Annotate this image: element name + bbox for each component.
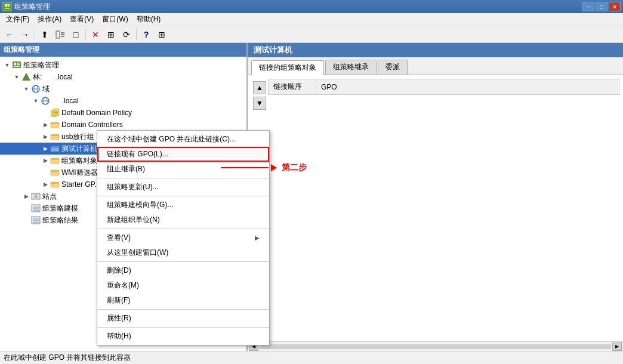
tree-item-domains[interactable]: ▼ 域 [0, 83, 246, 95]
tree-label-gp-results: 组策略结果 [42, 215, 78, 226]
expand-icon-wmi[interactable]: ▶ [41, 168, 50, 177]
tree-item-root[interactable]: ▼ 组策略管理 [0, 59, 246, 71]
properties-button[interactable]: ⊞ [104, 28, 118, 41]
tree-label-domain-local: .local [52, 97, 79, 105]
right-panel-header: 测试计算机 [248, 43, 623, 57]
tab-delegation[interactable]: 委派 [378, 60, 408, 75]
ctx-link-existing-gpo[interactable]: 链接现有 GPO(L)... [97, 147, 269, 162]
tree-item-domain-local[interactable]: ▼ .local [0, 95, 246, 107]
export-button[interactable]: ⊞ [155, 28, 169, 41]
tree-icon-wmi [50, 168, 60, 177]
tree-item-domain-controllers[interactable]: ▶ Domain Controllers [0, 119, 246, 131]
forward-button[interactable]: → [18, 28, 32, 41]
scroll-bar-h[interactable]: ◀ ▶ [248, 341, 623, 351]
ctx-gpo-update[interactable]: 组策略更新(U)... [97, 180, 269, 195]
ctx-properties[interactable]: 属性(R) [97, 311, 269, 326]
toolbar-separator-3 [136, 29, 137, 40]
expand-icon-forest[interactable]: ▼ [12, 72, 21, 82]
ctx-create-gpo[interactable]: 在这个域中创建 GPO 并在此处链接(C)... [97, 132, 269, 147]
expand-icon-gp-modeling[interactable]: ▶ [21, 203, 31, 213]
ctx-refresh[interactable]: 刷新(F) [97, 293, 269, 308]
gpo-table: 链接顺序 GPO [268, 79, 619, 95]
tree-label-default-domain-policy: Default Domain Policy [61, 109, 132, 117]
menu-action[interactable]: 操作(A) [34, 14, 65, 26]
show-hide-button[interactable] [53, 28, 67, 41]
expand-icon-sites[interactable]: ▶ [21, 192, 31, 201]
svg-rect-12 [17, 64, 20, 66]
ctx-new-ou[interactable]: 新建组织单位(N) [97, 212, 269, 227]
ctx-delete[interactable]: 删除(D) [97, 263, 269, 278]
menu-bar: 文件(F) 操作(A) 查看(V) 窗口(W) 帮助(H) [0, 13, 623, 26]
step-label: 第二步 [282, 162, 307, 173]
svg-rect-27 [51, 122, 59, 124]
ctx-sep-3 [97, 229, 269, 229]
menu-window[interactable]: 窗口(W) [98, 14, 131, 26]
ctx-sep-4 [97, 261, 269, 262]
tree-label-gpo-objects: 组策略对象 [61, 156, 97, 166]
red-arrow-annotation: 第二步 [221, 162, 307, 173]
tree-label-root: 组策略管理 [23, 60, 59, 70]
expand-icon-usb[interactable]: ▶ [41, 132, 50, 141]
main-area: 组策略管理 ▼ 组策略管理 ▼ [0, 43, 623, 351]
tab-linked-gpo[interactable]: 链接的组策略对象 [251, 60, 324, 75]
menu-help[interactable]: 帮助(H) [133, 14, 165, 26]
tree-icon-gpo [50, 156, 60, 165]
ctx-view[interactable]: 查看(V) ▶ [97, 230, 269, 245]
ctx-help[interactable]: 帮助(H) [97, 329, 269, 344]
expand-icon-gpo[interactable]: ▶ [41, 156, 50, 165]
svg-rect-11 [17, 63, 20, 64]
tree-item-forest[interactable]: ▼ 林: .local [0, 71, 246, 83]
expand-icon-dc[interactable]: ▶ [41, 120, 50, 129]
expand-icon-domain-local[interactable]: ▼ [31, 96, 41, 106]
svg-rect-37 [51, 182, 59, 184]
tab-gpo-inheritance[interactable]: 组策略继承 [325, 60, 377, 75]
svg-rect-4 [5, 8, 10, 9]
arrow-line [221, 167, 269, 168]
tree-icon-gp-results [31, 215, 41, 225]
tree-item-default-domain-policy[interactable]: ▶ Default Domain Policy [0, 107, 246, 119]
menu-file[interactable]: 文件(F) [2, 14, 33, 26]
move-down-button[interactable]: ▼ [253, 97, 266, 110]
minimize-button[interactable]: ─ [582, 2, 594, 11]
expand-icon-ddp[interactable]: ▶ [41, 108, 50, 118]
close-button[interactable]: ✕ [609, 2, 621, 11]
svg-rect-33 [51, 158, 59, 160]
expand-icon-root[interactable]: ▼ [2, 60, 12, 70]
tree-label-gp-modeling: 组策略建模 [42, 203, 78, 214]
new-window-button[interactable]: □ [69, 28, 83, 41]
status-bar: 在此域中创建 GPO 并将其链接到此容器 [0, 351, 623, 364]
tree-label-sites: 站点 [42, 192, 57, 202]
expand-icon-gp-results[interactable]: ▶ [21, 215, 31, 225]
tree-icon-domains [31, 84, 41, 94]
tree-label-starter-gp: Starter GP... [61, 180, 100, 189]
ctx-new-window[interactable]: 从这里创建窗口(W) [97, 245, 269, 260]
tree-icon-usb [50, 132, 60, 141]
tree-label-forest: 林: .local [33, 72, 73, 82]
scroll-right-btn[interactable]: ▶ [612, 343, 622, 351]
expand-icon-starter[interactable]: ▶ [41, 180, 50, 189]
tree-icon-test [50, 144, 60, 153]
title-bar-controls: ─ □ ✕ [582, 2, 621, 11]
tree-icon-ddp [50, 108, 60, 118]
status-text: 在此域中创建 GPO 并将其链接到此容器 [4, 353, 131, 363]
back-button[interactable]: ← [2, 28, 17, 41]
up-button[interactable]: ⬆ [38, 28, 52, 41]
expand-icon-domains[interactable]: ▼ [21, 84, 31, 94]
ctx-gpo-modeling-wizard[interactable]: 组策略建模向导(G)... [97, 198, 269, 212]
refresh-button[interactable]: ⟳ [119, 28, 134, 41]
ctx-sep-6 [97, 327, 269, 328]
expand-icon-test[interactable]: ▶ [41, 144, 50, 153]
window-title: 组策略管理 [14, 2, 50, 12]
toolbar-separator-1 [35, 29, 35, 40]
help-button[interactable]: ? [139, 28, 153, 41]
delete-button[interactable]: ✕ [88, 28, 103, 41]
menu-view[interactable]: 查看(V) [66, 14, 97, 26]
maximize-button[interactable]: □ [596, 2, 607, 11]
right-panel: 测试计算机 链接的组策略对象 组策略继承 委派 ▲ ▼ 链接顺序 GP [248, 43, 623, 351]
move-up-button[interactable]: ▲ [253, 81, 266, 94]
tree-icon-gp-modeling [31, 203, 41, 213]
ctx-sep-1 [97, 178, 269, 178]
title-bar: 组策略管理 ─ □ ✕ [0, 0, 623, 13]
ctx-rename[interactable]: 重命名(M) [97, 278, 269, 293]
tree-label-domain-controllers: Domain Controllers [61, 121, 123, 129]
